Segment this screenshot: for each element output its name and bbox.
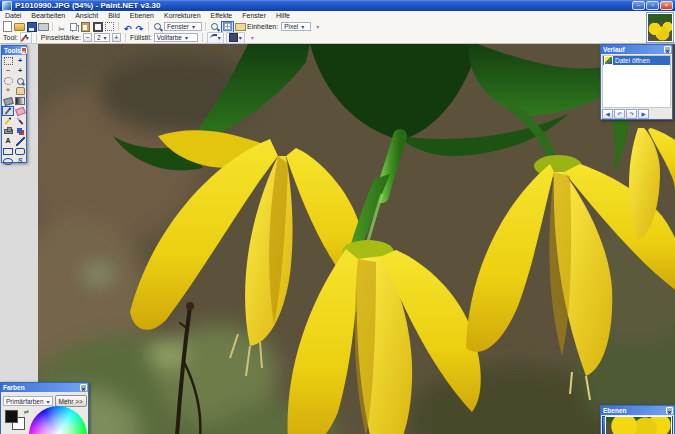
open-image-thumbnail[interactable] (646, 12, 674, 43)
ruler-toggle-button[interactable] (235, 22, 246, 32)
grid-icon (223, 22, 232, 31)
menu-ansicht[interactable]: Ansicht (70, 11, 103, 21)
units-combo[interactable]: Pixel (281, 22, 311, 31)
menu-bild[interactable]: Bild (103, 11, 125, 21)
menu-korrekturen[interactable]: Korrekturen (159, 11, 206, 21)
copy-button[interactable] (68, 22, 79, 32)
palette-select[interactable]: Primärfarben (3, 396, 53, 406)
brush-width-combo[interactable]: 2 (94, 33, 110, 42)
toolbar-overflow-chevron[interactable]: ▾ (251, 34, 254, 41)
swap-colors-icon[interactable]: ⇄ (24, 408, 29, 415)
toolbar-separator (205, 22, 206, 31)
tool-pan[interactable] (14, 86, 26, 96)
tool-rectangle-select[interactable] (2, 56, 14, 66)
history-redo-button[interactable] (626, 109, 637, 119)
history-rewind-button[interactable] (602, 109, 613, 119)
tool-line-curve[interactable] (14, 136, 26, 146)
history-fastforward-button[interactable] (638, 109, 649, 119)
menu-fenster[interactable]: Fenster (237, 11, 271, 21)
ellipse-select-icon (4, 77, 13, 85)
color-wheel[interactable] (29, 406, 87, 434)
colors-panel: Farben Primärfarben Mehr >> ⇄ (0, 382, 89, 434)
open-button[interactable] (14, 22, 25, 32)
hand-icon (16, 87, 25, 95)
zoom-mode-combo[interactable]: Fenster (164, 22, 202, 31)
menu-datei[interactable]: Datei (0, 11, 26, 21)
tool-recolor[interactable] (14, 126, 26, 136)
toolbar-overflow-chevron[interactable]: ▾ (316, 23, 319, 30)
active-tool-dropdown[interactable] (20, 32, 32, 44)
zoom-mode-value: Fenster (167, 23, 189, 30)
deselect-button[interactable] (104, 22, 115, 32)
grid-toggle-button[interactable] (221, 21, 234, 33)
zoom-icon (17, 78, 24, 85)
history-item-open-file[interactable]: Datei öffnen (603, 56, 670, 65)
save-button[interactable] (26, 22, 37, 32)
layers-panel-titlebar[interactable]: Ebenen (601, 406, 674, 415)
close-icon[interactable] (80, 384, 87, 391)
foreground-color-swatch[interactable] (5, 410, 18, 423)
menu-hilfe[interactable]: Hilfe (271, 11, 295, 21)
redo-button[interactable] (134, 22, 145, 32)
fill-style-combo[interactable]: Vollfarbe (154, 33, 198, 42)
pencil-icon (5, 117, 12, 124)
close-icon[interactable] (21, 47, 27, 54)
brush-width-decrease-button[interactable]: − (83, 33, 92, 42)
close-icon[interactable] (666, 407, 673, 414)
antialiasing-dropdown[interactable] (207, 32, 224, 44)
tool-gradient[interactable] (14, 96, 26, 106)
crop-icon (93, 22, 103, 32)
tool-ellipse[interactable] (2, 156, 14, 166)
history-toolbar (601, 109, 672, 119)
print-icon (38, 23, 49, 31)
tool-zoom[interactable] (14, 76, 26, 86)
tools-panel-titlebar[interactable]: Tools (2, 46, 26, 55)
cut-button[interactable] (56, 22, 67, 32)
layers-panel-title: Ebenen (603, 406, 626, 415)
tool-clone-stamp[interactable] (2, 126, 14, 136)
tool-paintbrush[interactable] (2, 106, 14, 116)
minimize-button[interactable] (632, 1, 645, 10)
tool-color-picker[interactable] (14, 116, 26, 126)
tool-lasso-select[interactable] (2, 66, 14, 76)
print-button[interactable] (38, 22, 49, 32)
undo-button[interactable] (122, 22, 133, 32)
gradient-icon (15, 97, 25, 105)
blend-mode-dropdown[interactable] (226, 32, 245, 44)
open-file-icon (604, 56, 613, 65)
history-panel-titlebar[interactable]: Verlauf (601, 45, 672, 54)
tool-move-selection[interactable] (14, 66, 26, 76)
layer-row-background[interactable]: Hintergrund (602, 416, 673, 434)
crop-button[interactable] (92, 22, 103, 32)
toolbar-separator (148, 22, 149, 31)
deselect-icon (105, 22, 114, 31)
color-picker-icon (17, 117, 24, 124)
tool-eraser[interactable] (14, 106, 26, 116)
new-button[interactable] (2, 22, 13, 32)
history-undo-button[interactable] (614, 109, 625, 119)
tools-panel: Tools (1, 45, 27, 163)
colors-panel-titlebar[interactable]: Farben (1, 383, 88, 392)
image-canvas[interactable] (38, 44, 675, 434)
maximize-button[interactable] (646, 1, 659, 10)
move-selection-icon (18, 67, 23, 75)
tool-ellipse-select[interactable] (2, 76, 14, 86)
tool-rectangle[interactable] (2, 146, 14, 156)
actual-size-button[interactable] (209, 22, 220, 32)
tool-freeform-shape[interactable] (14, 156, 26, 166)
close-icon[interactable] (664, 46, 671, 53)
tool-move-selected-pixels[interactable] (14, 56, 26, 66)
zoom-tool-button[interactable] (152, 22, 163, 32)
menu-effekte[interactable]: Effekte (206, 11, 238, 21)
layers-panel: Ebenen Hintergrund (600, 405, 675, 434)
title-bar[interactable]: P1010990.JPG (54%) - Paint.NET v3.30 (0, 0, 675, 11)
tool-pencil[interactable] (2, 116, 14, 126)
paste-button[interactable] (80, 22, 91, 32)
tool-paint-bucket[interactable] (2, 96, 14, 106)
tool-text[interactable] (2, 136, 14, 146)
move-icon (18, 57, 23, 65)
brush-width-increase-button[interactable]: + (112, 33, 121, 42)
close-button[interactable] (660, 1, 673, 10)
tool-magic-wand[interactable] (2, 86, 14, 96)
tool-rounded-rectangle[interactable] (14, 146, 26, 156)
